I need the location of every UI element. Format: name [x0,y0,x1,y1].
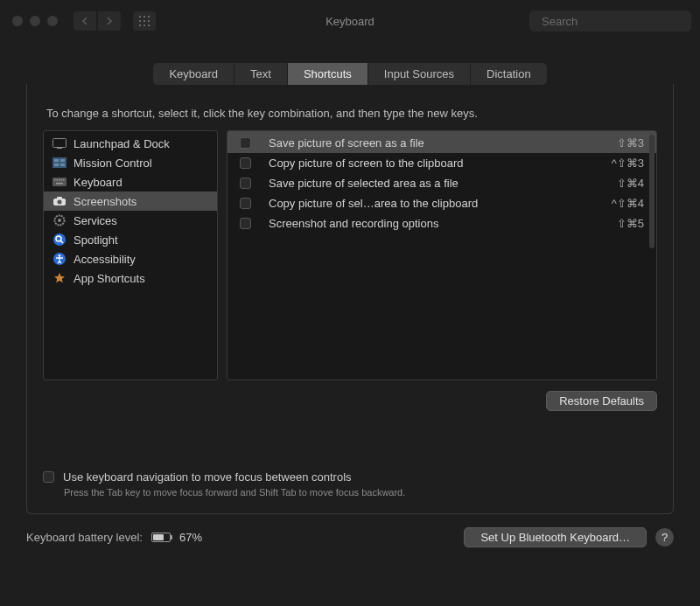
svg-rect-26 [57,197,62,199]
svg-rect-8 [148,24,150,26]
kb-nav-hint: Press the Tab key to move focus forward … [64,487,657,498]
access-icon [52,252,66,266]
tab-shortcuts[interactable]: Shortcuts [288,63,368,85]
svg-rect-20 [57,179,59,181]
category-label: Services [74,214,117,227]
mission-icon [52,156,66,170]
category-list[interactable]: Launchpad & DockMission ControlKeyboardS… [43,130,218,380]
shortcut-row[interactable]: Save picture of selected area as a file⇧… [228,173,656,193]
category-launchpad-dock[interactable]: Launchpad & Dock [44,131,217,153]
svg-point-34 [59,254,61,257]
help-button[interactable]: ? [655,528,674,547]
shortcut-label: Screenshot and recording options [262,217,606,230]
shortcuts-panel: To change a shortcut, select it, click t… [26,84,674,514]
svg-rect-5 [148,20,150,22]
show-all-prefs-button[interactable] [133,11,156,31]
shortcut-row[interactable]: Screenshot and recording options⇧⌘5 [228,213,656,233]
shortcut-list[interactable]: Save picture of screen as a file⇧⌘3Copy … [227,130,657,380]
category-spotlight[interactable]: Spotlight [44,230,217,249]
forward-button[interactable] [98,11,121,31]
category-screenshots[interactable]: Screenshots [44,192,217,211]
svg-point-29 [58,219,61,222]
category-label: Mission Control [74,157,152,170]
svg-rect-21 [59,179,60,181]
scrollbar-thumb[interactable] [649,135,654,248]
category-label: Launchpad & Dock [74,137,170,150]
shortcut-row[interactable]: Save picture of screen as a file⇧⌘3 [228,131,656,153]
back-button[interactable] [74,11,96,31]
svg-rect-13 [52,157,66,168]
category-app-shortcuts[interactable]: App Shortcuts [44,268,217,288]
zoom-window-button[interactable] [47,16,58,26]
shortcut-label: Copy picture of sel…area to the clipboar… [262,197,601,210]
shortcut-keys: ⇧⌘5 [617,217,644,230]
shortcut-checkbox[interactable] [240,218,251,229]
tab-keyboard[interactable]: Keyboard [153,63,234,85]
search-input[interactable] [542,15,689,28]
tab-input-sources[interactable]: Input Sources [368,63,471,85]
tab-bar: KeyboardTextShortcutsInput SourcesDictat… [0,63,700,85]
category-services[interactable]: Services [44,211,217,230]
svg-rect-19 [54,179,56,181]
shortcut-keys: ⇧⌘4 [617,177,644,190]
category-keyboard[interactable]: Keyboard [44,172,217,192]
kb-nav-label: Use keyboard navigation to move focus be… [63,470,352,484]
svg-rect-7 [144,24,145,26]
svg-rect-16 [54,164,59,166]
category-label: App Shortcuts [74,272,145,285]
svg-rect-2 [148,16,150,17]
shortcut-label: Save picture of screen as a file [262,136,606,150]
category-label: Spotlight [74,233,118,247]
shortcut-keys: ^⇧⌘3 [612,157,644,170]
close-window-button[interactable] [12,16,23,26]
shortcut-row[interactable]: Copy picture of sel…area to the clipboar… [228,193,656,213]
battery-label: Keyboard battery level: [26,531,143,544]
shortcut-checkbox[interactable] [240,198,251,209]
battery-percent: 67% [179,531,202,544]
category-mission-control[interactable]: Mission Control [44,153,217,172]
titlebar: Keyboard [0,0,700,42]
spotlight-icon [52,233,66,247]
shortcut-keys: ⇧⌘3 [617,136,644,150]
svg-rect-1 [144,16,145,17]
shortcut-label: Save picture of selected area as a file [262,177,606,190]
tab-text[interactable]: Text [234,63,288,85]
chevron-right-icon [106,17,113,25]
svg-rect-0 [139,16,141,17]
svg-rect-18 [52,178,66,186]
svg-rect-4 [144,20,145,22]
category-label: Keyboard [74,176,122,189]
shortcut-checkbox[interactable] [240,157,251,169]
shortcut-checkbox[interactable] [240,137,251,149]
svg-rect-14 [54,159,59,162]
shortcut-checkbox[interactable] [240,178,251,189]
shortcut-label: Copy picture of screen to the clipboard [262,157,601,170]
camera-icon [52,194,66,208]
nav-buttons [74,11,121,31]
search-field[interactable] [529,10,691,31]
footer: Keyboard battery level: 67% Set Up Bluet… [0,515,700,547]
restore-defaults-button[interactable]: Restore Defaults [546,391,657,411]
launchpad-icon [52,136,66,150]
svg-rect-23 [63,179,65,181]
svg-point-30 [53,233,66,246]
tab-dictation[interactable]: Dictation [471,63,547,85]
window-controls [12,16,58,26]
svg-rect-11 [53,139,66,148]
category-accessibility[interactable]: Accessibility [44,249,217,268]
kb-nav-checkbox[interactable] [43,471,54,483]
grid-icon [139,16,150,26]
battery-icon [151,533,171,542]
instruction-text: To change a shortcut, select it, click t… [46,107,654,120]
category-label: Screenshots [74,195,136,208]
minimize-window-button[interactable] [30,16,40,26]
svg-rect-15 [60,159,65,162]
chevron-left-icon [81,17,88,25]
keyboard-icon [52,175,66,189]
category-label: Accessibility [74,253,136,266]
bluetooth-keyboard-button[interactable]: Set Up Bluetooth Keyboard… [464,527,647,547]
svg-point-27 [58,200,62,205]
svg-rect-22 [61,179,63,181]
shortcut-row[interactable]: Copy picture of screen to the clipboard^… [228,153,656,173]
gear-icon [52,213,66,227]
